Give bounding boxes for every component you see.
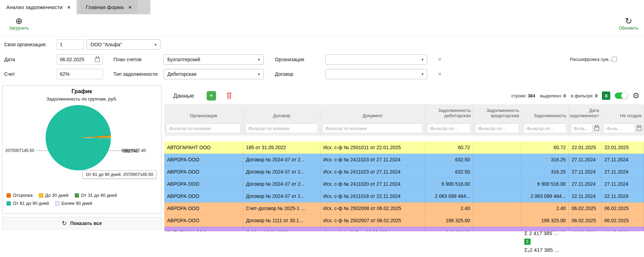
table-cell: АВРОРА ООО xyxy=(164,215,243,227)
column-filter-input[interactable] xyxy=(323,123,423,133)
debt-type-select[interactable]: Дебиторская ▾ xyxy=(164,69,264,79)
legend-item: Отсрочка xyxy=(7,193,33,198)
table-cell: Исх. с-ф № 2502007 от 06.02.2025 xyxy=(320,215,425,227)
own-org-code-input[interactable] xyxy=(57,39,84,50)
column-header[interactable]: Не поздне xyxy=(602,104,644,121)
column-filter-cell xyxy=(320,121,425,136)
refresh-button[interactable]: ↻ Обновить xyxy=(619,16,638,31)
table-cell: 22.11.2024 xyxy=(569,190,602,202)
pie-leader-line xyxy=(36,151,48,151)
column-header[interactable]: Задолженность xyxy=(522,104,569,121)
table-cell: 22.01.2025 xyxy=(602,142,644,154)
date-input[interactable]: 06.02.2025 xyxy=(57,54,103,65)
table-cell: 188 325.00 xyxy=(425,215,473,227)
tab-inactive[interactable]: Главная форма× xyxy=(79,0,138,14)
chart-subtitle: Задолженность по группам, руб. xyxy=(2,96,161,102)
tab-close-icon[interactable]: × xyxy=(128,4,132,10)
column-header[interactable]: Документ xyxy=(320,104,425,121)
legend-item: До 30 дней xyxy=(39,193,69,198)
table-cell: Исх. с-ф № 2501011 от 22.01.2025 xyxy=(320,142,425,154)
show-all-button[interactable]: ↻ Показать все xyxy=(2,217,161,229)
filter-toggle[interactable] xyxy=(615,93,628,99)
table-cell: 2.40 xyxy=(522,202,569,215)
trash-icon xyxy=(226,92,232,99)
table-row[interactable]: АВРОРА ОООДоговор № 2024-37 от 2...Исх. … xyxy=(164,154,644,166)
own-org-select-value: ООО "Альфа" xyxy=(90,42,122,47)
account-input[interactable] xyxy=(57,69,103,79)
column-header[interactable]: Задолженность дебиторская xyxy=(425,104,473,121)
table-cell: АВРОРА ООО xyxy=(164,190,243,202)
column-filter-input[interactable] xyxy=(524,123,566,133)
table-row[interactable]: АВРОРА ОООДоговор № 2024-37 от 2...Исх. … xyxy=(164,178,644,190)
table-cell: 27.11.2024 xyxy=(569,166,602,178)
table-cell: Исх. с-ф № 2411018 от 22.11.2024 xyxy=(320,190,425,202)
tab-active[interactable]: Анализ задолженности× xyxy=(0,0,77,14)
table-row[interactable]: АВРОРА ОООДоговор № 2024-37 от 2...Исх. … xyxy=(164,166,644,178)
table-cell: 27.11.2024 xyxy=(602,166,644,178)
pie-chart[interactable] xyxy=(46,105,111,170)
grid-stat: выделено: 0 xyxy=(540,93,566,98)
toggle-knob xyxy=(621,92,628,99)
table-cell: АВРОРА ООО xyxy=(164,178,243,190)
add-row-button[interactable]: + xyxy=(207,91,216,101)
column-filter-input[interactable] xyxy=(571,123,593,133)
column-filter-cell xyxy=(473,121,522,136)
column-filter-input[interactable] xyxy=(166,123,241,133)
contract-clear-button[interactable]: × xyxy=(436,69,444,79)
circle-plus-icon: ⊕ xyxy=(15,16,23,25)
delete-row-button[interactable] xyxy=(226,92,232,99)
table-cell: 6 900 516.00 xyxy=(522,178,569,190)
table-cell xyxy=(473,190,522,202)
table-cell: 60.72 xyxy=(522,142,569,154)
table-cell: 2 063 099 484... xyxy=(522,190,569,202)
contract-select[interactable]: ▾ xyxy=(325,69,427,79)
accounts-plan-value: Бухгалтерский xyxy=(167,57,200,62)
table-row[interactable]: АВТОГАРАНТ ООО185 от 31.05.2022Исх. с-ф … xyxy=(164,142,644,154)
sum-detail-checkbox[interactable] xyxy=(612,57,617,62)
tab-close-icon[interactable]: × xyxy=(67,4,71,10)
own-org-select[interactable]: ООО "Альфа" ▾ xyxy=(87,39,160,50)
debt-type-value: Дебиторская xyxy=(167,71,197,77)
table-cell: 22.11.2024 xyxy=(602,190,644,202)
legend-label: До 30 дней xyxy=(45,193,69,198)
table-cell: Счет-договор № 2025-1 ... xyxy=(243,202,320,215)
chevron-down-icon: ▾ xyxy=(258,57,260,62)
legend-swatch xyxy=(75,193,79,198)
table-row[interactable]: АВРОРА ОООСчет-договор № 2025-1 ...Исх. … xyxy=(164,202,644,215)
column-header[interactable]: Дата задолженност xyxy=(569,104,602,121)
table-row[interactable]: АВРОРА ОООДоговор № 1111 от 30.1...Исх. … xyxy=(164,215,644,227)
pie-tooltip: От 61 до 90 дней: 2070007145.50 xyxy=(82,170,157,179)
debt-type-label: Тип задолженности xyxy=(113,69,158,79)
table-cell: 27.11.2024 xyxy=(602,178,644,190)
calendar-icon[interactable] xyxy=(95,57,100,62)
column-filter-input[interactable] xyxy=(475,123,519,133)
app-window: Анализ задолженности×Главная форма× ⊕ За… xyxy=(0,0,644,257)
load-button[interactable]: ⊕ Загрузить xyxy=(9,16,29,31)
column-header[interactable]: Организация xyxy=(164,104,243,121)
table-row[interactable]: АВРОРА ОООДоговор № 2024-37 от 2...Исх. … xyxy=(164,190,644,202)
sum-total: Σ 2 417 385 … xyxy=(522,230,574,236)
refresh-icon: ↻ xyxy=(62,220,67,226)
organization-clear-button[interactable]: × xyxy=(436,54,444,65)
excel-export-button[interactable]: X xyxy=(602,91,610,100)
sigma-badge[interactable]: Σ xyxy=(524,239,531,245)
sum-detail-label: Расшифровка сум... xyxy=(570,54,612,65)
column-filter-input[interactable] xyxy=(604,123,635,133)
organization-select[interactable]: ▾ xyxy=(325,54,427,65)
table-cell: Договор № 1111 от 30.1... xyxy=(243,215,320,227)
column-filter-input[interactable] xyxy=(427,123,471,133)
legend-swatch xyxy=(7,201,11,206)
legend-label: Отсрочка xyxy=(13,193,33,198)
column-filter-input[interactable] xyxy=(245,123,318,133)
table-cell: 27.11.2024 xyxy=(602,154,644,166)
column-header[interactable]: Договор xyxy=(243,104,320,121)
table-cell: АВРОРА ООО xyxy=(164,154,243,166)
settings-gear-icon[interactable]: ⚙ xyxy=(632,91,639,100)
accounts-plan-select[interactable]: Бухгалтерский ▾ xyxy=(164,54,264,65)
column-header[interactable]: Задолженность кредиторская xyxy=(473,104,522,121)
calendar-icon[interactable] xyxy=(637,126,642,131)
table-body: АВТОГАРАНТ ООО185 от 31.05.2022Исх. с-ф … xyxy=(164,142,644,231)
calendar-icon[interactable] xyxy=(594,126,599,131)
table-cell: 316.25 xyxy=(522,154,569,166)
table-cell xyxy=(473,142,522,154)
